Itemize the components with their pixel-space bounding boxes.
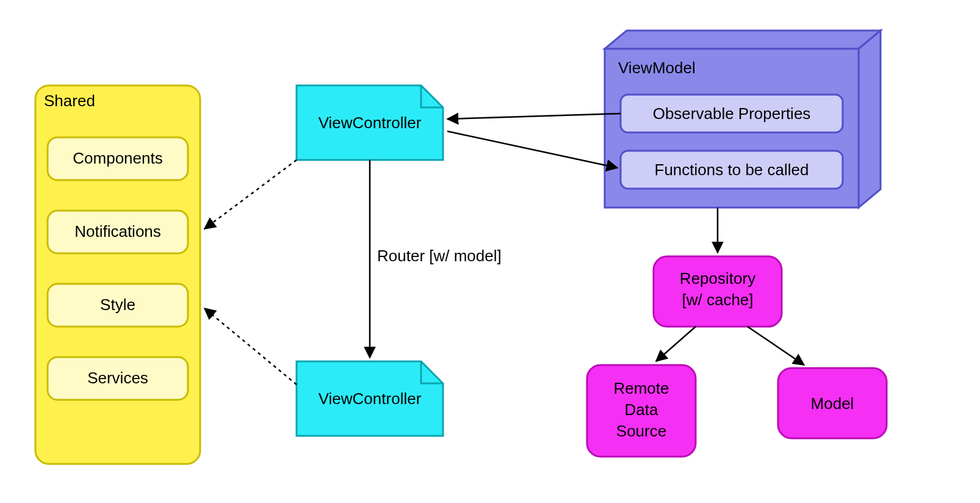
shared-item-services: Services (87, 369, 148, 387)
remote-label-2: Data (625, 400, 658, 419)
shared-item-notifications: Notifications (74, 222, 161, 241)
shared-item-style: Style (100, 295, 135, 314)
repository-label-1: Repository (680, 269, 755, 288)
arrow-vc-to-functions (447, 131, 618, 168)
shared-title: Shared (44, 92, 95, 110)
viewmodel-observable: Observable Properties (653, 104, 811, 123)
model-label: Model (811, 394, 854, 413)
repository-label-2: [w/ cache] (682, 291, 753, 309)
model-box: Model (778, 368, 887, 438)
remote-label-3: Source (616, 422, 666, 440)
viewcontroller-bottom: ViewController (297, 361, 443, 436)
dotted-vc1-to-shared (204, 160, 297, 229)
viewmodel-functions: Functions to be called (655, 161, 809, 179)
architecture-diagram: Shared Components Notifications Style Se… (0, 0, 980, 503)
remote-label-1: Remote (613, 379, 669, 397)
remote-data-source-box: Remote Data Source (587, 365, 696, 457)
shared-item-components: Components (73, 149, 162, 167)
viewcontroller-top: ViewController (297, 85, 443, 160)
arrow-repo-to-remote (656, 327, 696, 361)
repository-box: Repository [w/ cache] (654, 256, 782, 327)
viewcontroller-bottom-label: ViewController (319, 389, 422, 408)
router-label: Router [w/ model] (377, 247, 502, 265)
arrow-observable-to-vc (447, 114, 621, 119)
viewcontroller-top-label: ViewController (319, 114, 422, 132)
viewmodel-box: ViewModel Observable Properties Function… (605, 31, 881, 208)
arrow-repo-to-model (748, 327, 804, 365)
shared-panel: Shared Components Notifications Style Se… (35, 85, 200, 464)
dotted-vc2-to-shared (204, 308, 297, 385)
viewmodel-title: ViewModel (618, 59, 696, 77)
